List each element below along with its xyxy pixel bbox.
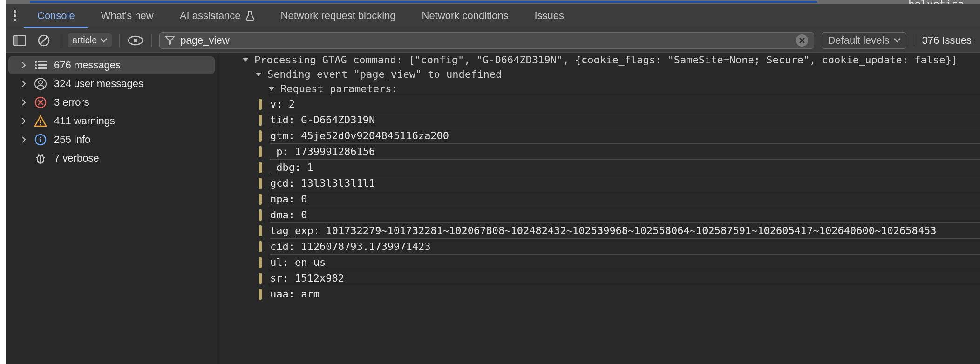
caret-down-icon xyxy=(254,72,263,77)
log-level-marker xyxy=(259,241,262,252)
log-param-row[interactable]: v: 2 xyxy=(270,96,980,112)
log-group-header[interactable]: Request parameters: xyxy=(241,81,980,96)
log-levels-selector[interactable]: Default levels xyxy=(822,32,906,49)
sidebar-item-user-messages[interactable]: 324 user messages xyxy=(8,75,215,93)
tab-console[interactable]: Console xyxy=(24,4,88,28)
log-param-row[interactable]: tag_exp: 101732279~101732281~102067808~1… xyxy=(270,222,980,238)
log-group-header[interactable]: Sending event "page_view" to undefined xyxy=(241,67,980,81)
svg-rect-4 xyxy=(14,35,18,46)
bug-icon xyxy=(34,152,48,164)
sidebar-item-label: 255 info xyxy=(54,134,90,146)
clear-console-icon[interactable] xyxy=(35,32,52,49)
log-param-text: _p: 1739991286156 xyxy=(270,146,375,157)
log-level-marker xyxy=(259,194,262,205)
sidebar-item-label: 3 errors xyxy=(54,96,89,108)
log-level-marker xyxy=(259,209,262,221)
svg-point-9 xyxy=(35,61,37,63)
log-param-text: npa: 0 xyxy=(270,193,307,205)
svg-rect-14 xyxy=(38,67,47,69)
toolbar-divider xyxy=(914,34,914,47)
log-level-marker xyxy=(259,225,262,236)
issues-counter[interactable]: 376 Issues: xyxy=(922,34,974,47)
toolbar-divider xyxy=(151,34,152,47)
caret-down-icon xyxy=(267,86,276,92)
tab-whats-new[interactable]: What's new xyxy=(88,4,167,28)
console-log-area[interactable]: Processing GTAG command: ["config", "G-D… xyxy=(218,53,980,364)
toolbar-divider xyxy=(119,34,120,47)
log-param-text: _dbg: 1 xyxy=(270,162,313,173)
sidebar-item-label: 7 verbose xyxy=(54,152,99,164)
log-param-row[interactable]: gcd: 13l3l3l3l1l1 xyxy=(270,175,980,191)
log-param-row[interactable]: ul: en-us xyxy=(270,254,980,270)
svg-point-2 xyxy=(14,19,16,21)
svg-point-21 xyxy=(40,137,41,138)
info-icon xyxy=(34,134,48,146)
log-level-marker xyxy=(259,162,262,173)
log-level-marker xyxy=(259,146,262,157)
chevron-right-icon xyxy=(20,136,27,143)
toggle-sidebar-icon[interactable] xyxy=(11,32,28,49)
log-param-row[interactable]: gtm: 45je52d0v9204845116za200 xyxy=(270,128,980,143)
svg-point-19 xyxy=(40,124,41,126)
sidebar-item-info[interactable]: 255 info xyxy=(8,131,215,148)
live-expression-icon[interactable] xyxy=(127,32,144,49)
flask-icon xyxy=(245,11,255,21)
devtools-tabbar: Console What's new AI assistance Network… xyxy=(6,4,980,28)
log-param-text: gcd: 13l3l3l3l1l1 xyxy=(270,177,375,189)
chevron-right-icon xyxy=(20,118,27,124)
chevron-right-icon xyxy=(20,99,27,106)
filter-input[interactable] xyxy=(180,34,790,47)
svg-point-8 xyxy=(134,39,137,42)
log-param-row[interactable]: cid: 1126078793.1739971423 xyxy=(270,238,980,254)
list-icon xyxy=(34,61,48,70)
warning-icon xyxy=(34,115,48,127)
chevron-right-icon xyxy=(20,81,27,87)
svg-rect-12 xyxy=(38,64,47,66)
log-param-text: ul: en-us xyxy=(270,256,326,268)
sidebar-item-verbose[interactable]: 7 verbose xyxy=(8,149,215,167)
sidebar-item-label: 324 user messages xyxy=(54,78,143,90)
tab-issues[interactable]: Issues xyxy=(521,4,577,28)
console-toolbar: article Default levels 376 Issues: xyxy=(6,28,980,52)
tab-network-conditions[interactable]: Network conditions xyxy=(409,4,522,28)
sidebar-item-errors[interactable]: 3 errors xyxy=(8,94,215,111)
log-level-marker xyxy=(259,130,262,142)
svg-line-6 xyxy=(40,37,48,44)
log-param-text: dma: 0 xyxy=(270,209,307,221)
log-param-text: v: 2 xyxy=(270,98,295,110)
log-param-text: tid: G-D664ZD319N xyxy=(270,114,375,126)
log-group-header[interactable]: Processing GTAG command: ["config", "G-D… xyxy=(241,53,980,67)
log-param-row[interactable]: tid: G-D664ZD319N xyxy=(270,112,980,128)
log-level-marker xyxy=(259,273,262,284)
caret-down-icon xyxy=(241,57,250,63)
toolbar-divider xyxy=(60,34,60,47)
log-param-row[interactable]: npa: 0 xyxy=(270,191,980,207)
clear-filter-icon[interactable] xyxy=(796,34,808,47)
log-param-row[interactable]: _p: 1739991286156 xyxy=(270,143,980,159)
sidebar-item-label: 676 messages xyxy=(54,59,121,71)
error-icon xyxy=(34,96,48,108)
kebab-menu-icon[interactable] xyxy=(6,4,24,28)
log-text: Sending event "page_view" to undefined xyxy=(267,68,502,80)
svg-point-16 xyxy=(39,81,42,84)
log-param-text: uaa: arm xyxy=(270,288,320,300)
log-param-row[interactable]: uaa: arm xyxy=(270,286,980,302)
svg-rect-10 xyxy=(38,61,47,62)
log-level-marker xyxy=(259,99,262,110)
log-level-marker xyxy=(259,257,262,268)
log-param-row[interactable]: sr: 1512x982 xyxy=(270,270,980,286)
chevron-right-icon xyxy=(20,62,27,68)
sidebar-item-warnings[interactable]: 411 warnings xyxy=(8,112,215,130)
tab-ai-assistance[interactable]: AI assistance xyxy=(167,4,268,28)
tab-network-request-blocking[interactable]: Network request blocking xyxy=(268,4,409,28)
console-sidebar: 676 messages 324 user messages 3 errors … xyxy=(6,53,218,364)
svg-point-11 xyxy=(35,64,37,66)
context-selector[interactable]: article xyxy=(68,33,112,47)
log-param-row[interactable]: _dbg: 1 xyxy=(270,159,980,175)
log-level-marker xyxy=(259,115,262,126)
chevron-down-icon xyxy=(101,38,107,43)
log-param-row[interactable]: dma: 0 xyxy=(270,207,980,222)
console-filter[interactable] xyxy=(159,32,814,49)
log-param-text: sr: 1512x982 xyxy=(270,272,344,284)
sidebar-item-messages[interactable]: 676 messages xyxy=(8,56,215,74)
